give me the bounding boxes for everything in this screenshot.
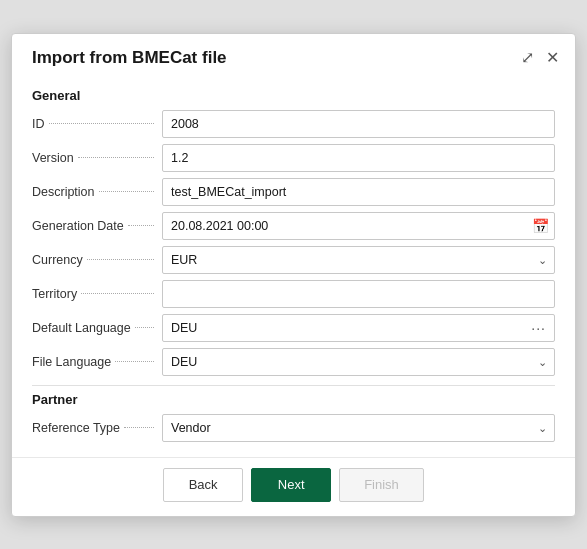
label-id: ID — [32, 117, 162, 131]
reference-type-select-wrapper: Vendor Buyer ⌄ — [162, 414, 555, 442]
label-reference-type: Reference Type — [32, 421, 162, 435]
dialog-header: Import from BMECat file ⤢ ✕ — [12, 34, 575, 78]
value-file-language: DEU ENG ⌄ — [162, 348, 555, 376]
general-section-title: General — [32, 88, 555, 103]
field-row-file-language: File Language DEU ENG ⌄ — [32, 347, 555, 377]
input-description[interactable] — [162, 178, 555, 206]
value-description — [162, 178, 555, 206]
input-territory[interactable] — [162, 280, 555, 308]
label-version: Version — [32, 151, 162, 165]
ellipsis-icon[interactable]: ··· — [531, 320, 546, 336]
input-id[interactable] — [162, 110, 555, 138]
field-row-generation-date: Generation Date 📅 — [32, 211, 555, 241]
field-row-currency: Currency EUR USD GBP ⌄ — [32, 245, 555, 275]
import-dialog: Import from BMECat file ⤢ ✕ General ID V… — [11, 33, 576, 517]
close-icon[interactable]: ✕ — [546, 50, 559, 66]
finish-button: Finish — [339, 468, 424, 502]
back-button[interactable]: Back — [163, 468, 243, 502]
dialog-title: Import from BMECat file — [32, 48, 227, 68]
date-input-wrapper: 📅 — [162, 212, 555, 240]
label-territory: Territory — [32, 287, 162, 301]
file-language-select-wrapper: DEU ENG ⌄ — [162, 348, 555, 376]
field-row-id: ID — [32, 109, 555, 139]
value-default-language: DEU ··· — [162, 314, 555, 342]
select-currency[interactable]: EUR USD GBP — [162, 246, 555, 274]
partner-section-title: Partner — [32, 392, 555, 407]
label-description: Description — [32, 185, 162, 199]
value-currency: EUR USD GBP ⌄ — [162, 246, 555, 274]
currency-select-wrapper: EUR USD GBP ⌄ — [162, 246, 555, 274]
input-version[interactable] — [162, 144, 555, 172]
field-row-reference-type: Reference Type Vendor Buyer ⌄ — [32, 413, 555, 443]
select-reference-type[interactable]: Vendor Buyer — [162, 414, 555, 442]
default-language-value: DEU — [171, 321, 197, 335]
header-icons: ⤢ ✕ — [521, 50, 559, 66]
value-id — [162, 110, 555, 138]
input-generation-date[interactable] — [162, 212, 555, 240]
label-generation-date: Generation Date — [32, 219, 162, 233]
section-divider — [32, 385, 555, 386]
select-file-language[interactable]: DEU ENG — [162, 348, 555, 376]
dialog-footer: Back Next Finish — [12, 457, 575, 516]
value-version — [162, 144, 555, 172]
value-territory — [162, 280, 555, 308]
next-button[interactable]: Next — [251, 468, 331, 502]
field-row-description: Description — [32, 177, 555, 207]
field-row-version: Version — [32, 143, 555, 173]
value-generation-date: 📅 — [162, 212, 555, 240]
default-language-input[interactable]: DEU ··· — [162, 314, 555, 342]
dialog-body: General ID Version Description Generatio… — [12, 78, 575, 457]
value-reference-type: Vendor Buyer ⌄ — [162, 414, 555, 442]
label-currency: Currency — [32, 253, 162, 267]
field-row-territory: Territory — [32, 279, 555, 309]
label-file-language: File Language — [32, 355, 162, 369]
label-default-language: Default Language — [32, 321, 162, 335]
field-row-default-language: Default Language DEU ··· — [32, 313, 555, 343]
expand-icon[interactable]: ⤢ — [521, 50, 534, 66]
